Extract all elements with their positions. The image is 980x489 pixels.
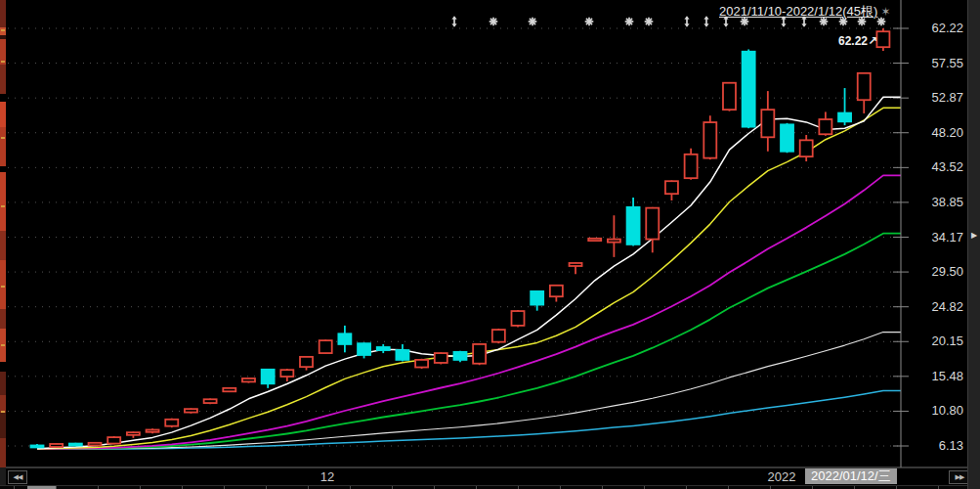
candle-body [550,286,563,296]
price-axis-label: 62.22 [913,22,963,35]
candle-body [492,330,505,342]
price-axis-label: 43.52 [913,160,963,174]
window-sliver-segment [0,65,6,94]
candle-body [320,340,332,353]
candle-body [338,333,351,344]
window-sliver-fleck [1,29,5,31]
stock-chart-window: 2021/11/10-2022/1/12(45根)✶ 62.22↗ 62.225… [0,0,980,489]
window-sliver-fleck [1,344,5,346]
window-sliver-fleck [1,205,5,207]
candle-body [781,124,793,151]
candle-body [685,155,698,178]
last-price-value: 62.22 [838,34,868,48]
candle-body [512,311,525,326]
candle-body [703,122,716,158]
candle-body [223,388,235,391]
x-axis-label: 2022 [768,469,796,484]
window-sliver-segment [0,413,6,438]
candle-body [665,181,678,194]
candle-body [89,443,102,446]
window-sliver-fleck [1,286,5,288]
expand-panel-arrow-icon[interactable]: ▶ [971,231,977,240]
window-sliver-segment [0,172,6,231]
price-axis-label: 38.85 [913,196,963,209]
window-sliver-segment [0,372,6,395]
candle-body [69,444,82,446]
date-range-title[interactable]: 2021/11/10-2022/1/12(45根)✶ [719,3,890,21]
right-panel-splitter: ▶ [967,0,980,489]
candle-body [761,110,774,137]
window-sliver-fleck [1,411,5,413]
price-axis-label: 52.87 [913,91,963,105]
candle-body [800,140,813,156]
price-axis-label: 29.50 [913,265,963,279]
candle-body [723,83,736,110]
candle-body [858,73,871,100]
price-axis-label: 34.17 [913,231,963,244]
scroll-left-button[interactable]: ◀◀ [8,470,27,484]
time-axis-bar: ◀◀ 122022 2022/01/12/三 ▶▶ [0,468,980,485]
date-range-text: 2021/11/10-2022/1/12(45根) [719,4,877,19]
price-axis-label: 6.13 [913,439,963,453]
x-axis-label: 12 [320,469,334,484]
window-sliver-segment [0,362,6,372]
candle-body [838,113,851,122]
candle-body [262,370,275,383]
up-right-arrow-icon: ↗ [868,34,877,48]
window-sliver-segment [0,102,6,127]
window-sliver-segment [0,309,6,329]
candle-body [147,429,159,431]
price-axis: 62.2257.5552.8748.2043.5238.8534.1729.50… [913,0,965,467]
ma-line-MA30 [37,234,901,450]
ma-line-MA5 [37,97,901,449]
candle-body [204,399,217,403]
price-axis-label: 57.55 [913,57,963,70]
price-axis-label: 10.80 [913,404,963,418]
current-date-box[interactable]: 2022/01/12/三 [805,468,897,484]
window-sliver-segment [0,0,6,27]
window-sliver-segment [0,94,6,102]
candle-body [608,240,620,243]
price-axis-label: 20.15 [913,334,963,348]
price-axis-label: 48.20 [913,126,963,140]
window-sliver-segment [0,438,6,467]
candle-body [876,31,889,47]
candle-body [415,360,428,368]
candlestick-chart-canvas [0,0,980,489]
candle-body [743,52,755,127]
candle-body [242,378,255,381]
candle-body [377,347,390,350]
candle-body [588,239,601,241]
candle-body [31,445,44,447]
price-axis-label: 24.82 [913,300,963,314]
window-sliver-fleck [1,61,5,63]
window-sliver-segment [0,231,6,260]
price-axis-label: 15.48 [913,370,963,383]
window-sliver-segment [0,127,6,166]
candle-body [280,370,293,377]
timeline-scrollbar[interactable] [0,485,980,489]
candle-body [107,437,120,443]
left-edge-window-sliver [0,0,6,489]
pushpin-icon: ✶ [880,5,890,19]
candle-body [453,352,466,360]
window-sliver-fleck [1,137,5,139]
window-sliver-segment [0,260,6,309]
candle-body [50,444,63,447]
candle-body [570,263,582,266]
candle-body [127,432,140,435]
candle-body [473,344,486,364]
candle-body [627,207,640,244]
candle-body [300,357,313,367]
candle-body [531,291,543,305]
candle-body [358,343,370,355]
candle-body [185,409,197,412]
candle-body [819,119,831,134]
last-price-flag: 62.22↗ [838,34,877,48]
candle-body [646,208,659,240]
ma-line-MA10 [37,108,901,449]
ma-line-MA60 [37,333,901,450]
candle-body [396,350,408,360]
candle-body [165,420,178,426]
candle-body [435,353,447,363]
